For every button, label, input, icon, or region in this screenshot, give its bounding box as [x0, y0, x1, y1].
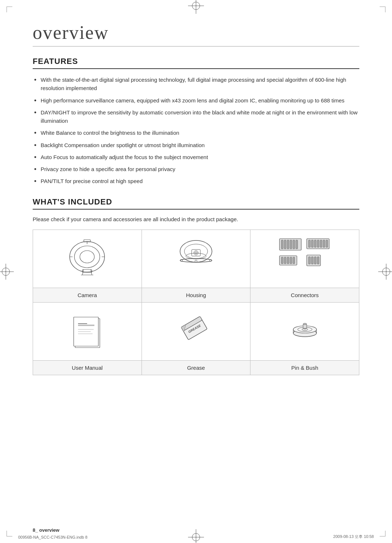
svg-rect-35 [326, 240, 328, 247]
svg-rect-41 [293, 257, 295, 264]
svg-point-17 [195, 260, 197, 262]
svg-rect-24 [287, 240, 289, 249]
svg-rect-39 [287, 257, 289, 264]
page-number: 8_ overview [33, 527, 60, 533]
grease-label-cell: Grease [142, 360, 250, 375]
list-item: DAY/NIGHT to improve the sensitivity by … [33, 108, 359, 125]
connectors-label-cell: Connectors [250, 288, 359, 302]
registration-mark-bottom [191, 532, 201, 542]
svg-rect-44 [311, 257, 313, 264]
svg-rect-23 [284, 240, 286, 249]
svg-rect-29 [309, 240, 310, 247]
svg-rect-27 [296, 240, 298, 249]
pin-bush-image-cell [250, 302, 359, 360]
table-row-labels: User Manual Grease Pin & Bush [33, 360, 359, 375]
trim-mark [385, 7, 385, 12]
features-list: With the state-of-the-art digital signal… [33, 76, 359, 186]
trim-mark [7, 531, 7, 536]
list-item: PAN/TILT for precise control at high spe… [33, 177, 359, 185]
trim-mark [7, 7, 12, 7]
svg-point-68 [303, 323, 307, 325]
svg-point-20 [195, 252, 197, 254]
pin-bush-icon [250, 303, 359, 360]
user-manual-label-cell: User Manual [33, 360, 142, 375]
svg-rect-25 [290, 240, 292, 249]
trim-mark [380, 536, 385, 536]
connectors-image-cell [250, 230, 359, 288]
included-intro: Please check if your camera and accessor… [33, 216, 359, 222]
svg-rect-30 [311, 240, 313, 247]
main-content: overview FEATURES With the state-of-the-… [33, 22, 359, 514]
list-item: With the state-of-the-art digital signal… [33, 76, 359, 93]
svg-rect-32 [317, 240, 319, 247]
svg-rect-22 [281, 240, 283, 249]
pin-bush-label-cell: Pin & Bush [250, 360, 359, 375]
svg-rect-45 [314, 257, 316, 264]
whats-included-section: WHAT'S INCLUDED Please check if your cam… [33, 197, 359, 375]
table-row: GREASE [33, 302, 359, 360]
registration-mark-top [191, 1, 201, 11]
trim-mark [385, 531, 385, 536]
user-manual-image-cell [33, 302, 142, 360]
trim-mark [7, 536, 12, 536]
list-item: White Balance to control the brightness … [33, 129, 359, 137]
camera-label-cell: Camera [33, 288, 142, 302]
list-item: High performance surveillance camera, eq… [33, 96, 359, 105]
footer-file-info: 00956B-NA_SCC-C7453N-ENG.indb 8 [18, 535, 87, 539]
grease-image-cell: GREASE [142, 302, 250, 360]
trim-mark [380, 7, 385, 7]
registration-mark-left [1, 267, 11, 277]
svg-rect-38 [284, 257, 286, 264]
svg-rect-37 [281, 257, 283, 264]
grease-icon: GREASE [142, 303, 250, 360]
svg-point-19 [194, 251, 198, 255]
list-item: Auto Focus to automatically adjust the f… [33, 153, 359, 161]
svg-point-2 [80, 251, 94, 263]
user-manual-icon [33, 303, 142, 360]
svg-rect-31 [314, 240, 316, 247]
list-item: Backlight Compensation under spotlight o… [33, 141, 359, 149]
footer-date-info: 2009-08-13 오후 10:58 [333, 534, 374, 539]
svg-rect-34 [323, 240, 325, 247]
table-row [33, 230, 359, 288]
svg-point-12 [184, 244, 208, 259]
svg-rect-46 [317, 257, 319, 264]
housing-image-cell [142, 230, 250, 288]
svg-rect-33 [320, 240, 322, 247]
features-heading: FEATURES [33, 57, 359, 69]
svg-point-1 [74, 246, 100, 268]
connectors-icon [250, 230, 359, 288]
svg-rect-26 [293, 240, 295, 249]
features-section: FEATURES With the state-of-the-art digit… [33, 57, 359, 186]
housing-label-cell: Housing [142, 288, 250, 302]
camera-image-cell [33, 230, 142, 288]
list-item: Privacy zone to hide a specific area for… [33, 165, 359, 173]
page-title: overview [33, 22, 359, 46]
registration-mark-right [381, 267, 391, 277]
svg-rect-40 [290, 257, 292, 264]
table-row-labels: Camera Housing Connectors [33, 288, 359, 302]
housing-icon [142, 230, 250, 288]
whats-included-heading: WHAT'S INCLUDED [33, 197, 359, 210]
camera-icon [33, 230, 142, 288]
svg-rect-43 [309, 257, 310, 264]
footer-page-label: 8_ overview [33, 527, 60, 533]
trim-mark [7, 7, 7, 12]
items-table: Camera Housing Connectors [33, 230, 359, 375]
